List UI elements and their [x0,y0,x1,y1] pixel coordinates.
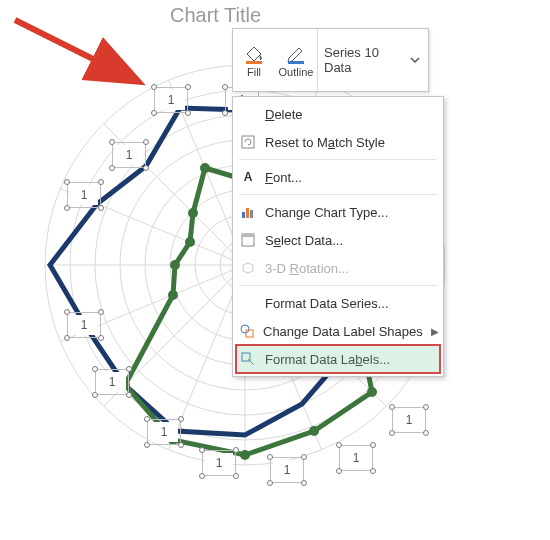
svg-point-31 [367,387,377,397]
svg-rect-48 [242,234,254,237]
svg-rect-50 [246,330,253,337]
menu-separator [239,159,437,160]
svg-point-32 [309,426,319,436]
menu-delete[interactable]: Delete [233,100,443,128]
data-label-text: 1 [406,413,413,427]
svg-rect-45 [246,208,249,218]
data-label-text: 1 [81,188,88,202]
blank-icon [239,294,257,312]
data-label-text: 1 [216,456,223,470]
data-label[interactable]: 1 [150,422,178,442]
svg-point-40 [200,163,210,173]
data-label-text: 1 [161,425,168,439]
menu-label: 3-D Rotation... [265,261,433,276]
menu-font[interactable]: A Font... [233,163,443,191]
font-icon: A [239,168,257,186]
fill-icon [243,42,265,64]
data-label[interactable]: 1 [273,460,301,480]
reset-icon [239,133,257,151]
menu-label: Change Data Label Shapes [263,324,423,339]
menu-label: Change Chart Type... [265,205,433,220]
data-label-text: 1 [81,318,88,332]
outline-icon [285,42,307,64]
select-data-icon [239,231,257,249]
series-selector[interactable]: Series 10 Data [317,29,428,91]
menu-format-data-series[interactable]: Format Data Series... [233,289,443,317]
svg-point-37 [170,260,180,270]
menu-reset-match-style[interactable]: Reset to Match Style [233,128,443,156]
menu-change-data-label-shapes[interactable]: Change Data Label Shapes ▶ [233,317,443,345]
menu-select-data[interactable]: Select Data... [233,226,443,254]
menu-3d-rotation: 3-D Rotation... [233,254,443,282]
menu-label: Reset to Match Style [265,135,433,150]
chart-icon [239,203,257,221]
data-label-text: 1 [109,375,116,389]
svg-rect-43 [242,136,254,148]
svg-rect-44 [242,212,245,218]
data-label[interactable]: 1 [342,448,370,468]
data-label[interactable]: 1 [157,90,185,110]
menu-label: Format Data Series... [265,296,433,311]
menu-change-chart-type[interactable]: Change Chart Type... [233,198,443,226]
svg-rect-42 [288,61,304,64]
menu-label: Font... [265,170,433,185]
format-labels-icon [239,350,257,368]
svg-point-49 [241,325,249,333]
data-label-text: 1 [126,148,133,162]
svg-point-39 [188,208,198,218]
data-label[interactable]: 1 [70,185,98,205]
data-label-text: 1 [353,451,360,465]
svg-rect-46 [250,210,253,218]
svg-point-36 [168,290,178,300]
data-label[interactable]: 1 [115,145,143,165]
menu-separator [239,285,437,286]
submenu-arrow-icon: ▶ [431,326,439,337]
data-label[interactable]: 1 [395,410,423,430]
fill-label: Fill [247,66,261,78]
menu-label: Format Data Labels... [265,352,433,367]
menu-label: Delete [265,107,433,122]
menu-label: Select Data... [265,233,433,248]
cube-icon [239,259,257,277]
shapes-icon [239,322,255,340]
outline-label: Outline [279,66,314,78]
chart-title[interactable]: Chart Title [170,4,261,27]
data-label-text: 1 [168,93,175,107]
outline-button[interactable]: Outline [275,29,317,91]
chevron-down-icon [408,53,422,67]
context-menu: Delete Reset to Match Style A Font... Ch… [232,96,444,377]
svg-rect-41 [246,61,262,64]
svg-point-33 [240,450,250,460]
mini-toolbar: Fill Outline Series 10 Data [232,28,429,92]
fill-button[interactable]: Fill [233,29,275,91]
data-label[interactable]: 1 [205,453,233,473]
data-label-text: 1 [284,463,291,477]
data-label[interactable]: 1 [98,372,126,392]
menu-separator [239,194,437,195]
data-label[interactable]: 1 [70,315,98,335]
svg-point-38 [185,237,195,247]
series-selector-value: Series 10 Data [324,45,404,75]
menu-format-data-labels[interactable]: Format Data Labels... [233,345,443,373]
blank-icon [239,105,257,123]
